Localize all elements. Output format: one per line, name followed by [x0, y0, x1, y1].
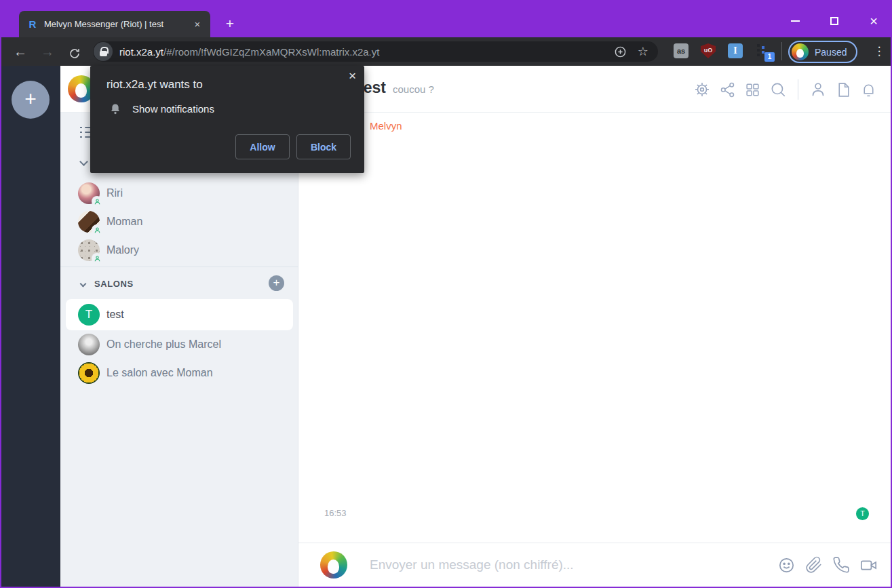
- profile-avatar: [792, 43, 809, 60]
- reload-icon: [69, 47, 81, 60]
- room-settings-gear-icon[interactable]: [693, 81, 711, 98]
- contact-name: Malory: [106, 244, 139, 256]
- avatar: [78, 182, 100, 204]
- window-minimize-button[interactable]: [785, 12, 805, 30]
- toolbar-separator: [781, 42, 782, 60]
- dialog-title: riot.x2a.yt wants to: [106, 78, 203, 92]
- composer-avatar: [320, 551, 347, 579]
- section-collapse-chevron-icon[interactable]: [79, 157, 88, 166]
- message-input[interactable]: [370, 557, 773, 572]
- members-person-icon[interactable]: [809, 81, 827, 98]
- extension-ublock-icon[interactable]: uO: [701, 43, 716, 58]
- window-maximize-button[interactable]: [824, 12, 845, 30]
- divider: [60, 267, 298, 267]
- contact-name: Riri: [106, 187, 123, 199]
- dialog-close-icon[interactable]: ×: [349, 68, 356, 83]
- room-header: test coucou ?: [298, 66, 891, 113]
- back-button[interactable]: ←: [11, 42, 30, 61]
- url-domain: riot.x2a.yt: [119, 46, 163, 58]
- presence-badge-icon: [92, 253, 102, 264]
- forward-button[interactable]: →: [38, 42, 57, 61]
- presence-badge-icon: [92, 196, 102, 207]
- url-path: /#/room/!fWdGIZqZmXaMQRXsWl:matrix.x2a.y…: [163, 46, 379, 58]
- room-avatar: [78, 334, 100, 355]
- room-row-marcel[interactable]: On cherche plus Marcel: [60, 330, 298, 359]
- add-room-button[interactable]: +: [269, 275, 284, 291]
- salons-section-header[interactable]: SALONS +: [60, 274, 298, 293]
- files-icon[interactable]: [835, 81, 852, 98]
- browser-tab[interactable]: R Melvyn Messenger (Riot) | test ×: [19, 11, 210, 37]
- site-security-chip[interactable]: [94, 42, 113, 61]
- add-community-button[interactable]: +: [12, 81, 50, 119]
- room-name: test: [106, 309, 124, 321]
- message-sender-name[interactable]: Melvyn: [370, 120, 402, 132]
- room-name: Le salon avec Moman: [106, 367, 213, 379]
- apps-grid-icon[interactable]: [744, 81, 761, 98]
- room-avatar: [78, 362, 100, 384]
- read-receipt-avatar: T: [856, 507, 869, 520]
- allow-button[interactable]: Allow: [235, 134, 290, 159]
- new-tab-button[interactable]: +: [221, 15, 239, 33]
- url-text: riot.x2a.yt/#/room/!fWdGIZqZmXaMQRXsWl:m…: [119, 46, 614, 58]
- lock-icon: [100, 51, 107, 56]
- chat-pane: test coucou ?: [298, 66, 891, 587]
- browser-menu-button[interactable]: ⋮: [870, 42, 888, 61]
- room-name: On cherche plus Marcel: [106, 338, 221, 351]
- extensions-row: as uO I 1: [674, 43, 770, 58]
- profile-button[interactable]: Paused: [788, 41, 857, 63]
- room-avatar: T: [78, 304, 100, 326]
- reload-button[interactable]: [65, 42, 84, 61]
- notifications-bell-icon[interactable]: [860, 81, 877, 98]
- browser-window: R Melvyn Messenger (Riot) | test × + × ←…: [0, 0, 892, 588]
- attachment-paperclip-icon[interactable]: [805, 556, 823, 574]
- extension-dots-icon[interactable]: 1: [755, 43, 770, 58]
- bookmark-star-icon[interactable]: ☆: [638, 45, 648, 58]
- browser-titlebar: R Melvyn Messenger (Riot) | test × + ×: [0, 0, 892, 37]
- presence-badge-icon: [92, 224, 102, 235]
- message-composer: [298, 543, 891, 587]
- extension-cursor-icon[interactable]: I: [728, 43, 743, 58]
- salons-label: SALONS: [94, 279, 134, 289]
- avatar: [78, 239, 100, 261]
- extension-badge: 1: [764, 52, 775, 62]
- riot-favicon-icon: R: [27, 19, 38, 30]
- notification-permission-dialog: × riot.x2a.yt wants to Show notification…: [90, 66, 364, 173]
- share-icon[interactable]: [719, 81, 736, 98]
- room-row-salon-moman[interactable]: Le salon avec Moman: [60, 359, 298, 387]
- zoom-icon[interactable]: [614, 45, 627, 58]
- avatar: [78, 211, 100, 233]
- address-bar[interactable]: riot.x2a.yt/#/room/!fWdGIZqZmXaMQRXsWl:m…: [93, 41, 658, 62]
- contact-name: Moman: [106, 216, 142, 228]
- voice-call-phone-icon[interactable]: [832, 556, 850, 574]
- room-row-test[interactable]: T test: [66, 299, 293, 330]
- community-rail: +: [1, 66, 60, 587]
- extension-as-icon[interactable]: as: [674, 43, 689, 58]
- header-separator: [798, 79, 798, 100]
- block-button[interactable]: Block: [296, 134, 351, 159]
- chevron-down-icon: [80, 280, 87, 287]
- emoji-smiley-icon[interactable]: [777, 556, 796, 574]
- message-timestamp: 16:53: [324, 508, 347, 518]
- search-icon[interactable]: [769, 81, 787, 98]
- contact-row-riri[interactable]: Riri: [60, 179, 298, 208]
- tab-close-icon[interactable]: ×: [191, 18, 203, 31]
- permission-text: Show notifications: [132, 103, 214, 115]
- profile-label: Paused: [815, 47, 847, 58]
- bell-icon: [109, 102, 122, 119]
- room-topic[interactable]: coucou ?: [393, 83, 434, 95]
- tab-title: Melvyn Messenger (Riot) | test: [44, 19, 191, 29]
- video-call-icon[interactable]: [859, 556, 878, 574]
- contact-row-moman[interactable]: Moman: [60, 208, 298, 236]
- contact-row-malory[interactable]: Malory: [60, 236, 298, 264]
- window-close-button[interactable]: ×: [864, 12, 884, 30]
